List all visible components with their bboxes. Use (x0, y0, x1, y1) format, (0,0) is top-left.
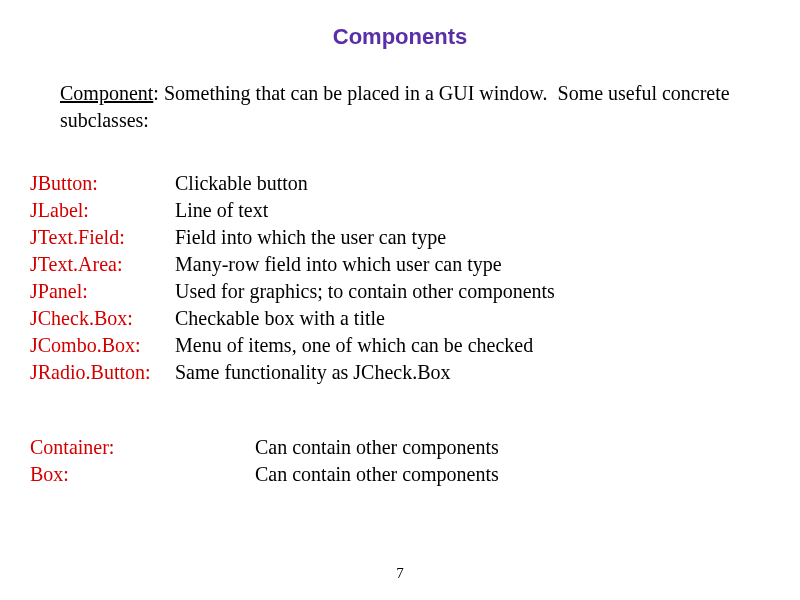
component-name: JText.Area: (30, 251, 175, 278)
component-desc: Many-row field into which user can type (175, 251, 502, 278)
component-name: JLabel: (30, 197, 175, 224)
component-name: JPanel: (30, 278, 175, 305)
list-item: JCombo.Box: Menu of items, one of which … (30, 332, 800, 359)
list-item: Box: Can contain other components (30, 461, 800, 488)
list-item: JCheck.Box: Checkable box with a title (30, 305, 800, 332)
component-desc: Menu of items, one of which can be check… (175, 332, 533, 359)
component-name: JText.Field: (30, 224, 175, 251)
container-list: Container: Can contain other components … (30, 434, 800, 488)
list-item: JPanel: Used for graphics; to contain ot… (30, 278, 800, 305)
component-name: JButton: (30, 170, 175, 197)
page-number: 7 (0, 565, 800, 582)
component-list: JButton: Clickable button JLabel: Line o… (30, 170, 800, 386)
component-name: JCheck.Box: (30, 305, 175, 332)
intro-term: Component (60, 82, 153, 104)
component-desc: Clickable button (175, 170, 308, 197)
component-name: JRadio.Button: (30, 359, 175, 386)
component-desc: Checkable box with a title (175, 305, 385, 332)
container-name: Box: (30, 461, 255, 488)
container-desc: Can contain other components (255, 461, 499, 488)
component-desc: Field into which the user can type (175, 224, 446, 251)
component-name: JCombo.Box: (30, 332, 175, 359)
component-desc: Line of text (175, 197, 268, 224)
component-desc: Same functionality as JCheck.Box (175, 359, 451, 386)
intro-definition: : Something that can be placed in a GUI … (60, 82, 730, 131)
slide-title: Components (0, 24, 800, 50)
list-item: JButton: Clickable button (30, 170, 800, 197)
list-item: Container: Can contain other components (30, 434, 800, 461)
list-item: JRadio.Button: Same functionality as JCh… (30, 359, 800, 386)
list-item: JText.Area: Many-row field into which us… (30, 251, 800, 278)
list-item: JText.Field: Field into which the user c… (30, 224, 800, 251)
component-desc: Used for graphics; to contain other comp… (175, 278, 555, 305)
intro-paragraph: Component: Something that can be placed … (60, 80, 740, 134)
container-name: Container: (30, 434, 255, 461)
list-item: JLabel: Line of text (30, 197, 800, 224)
container-desc: Can contain other components (255, 434, 499, 461)
